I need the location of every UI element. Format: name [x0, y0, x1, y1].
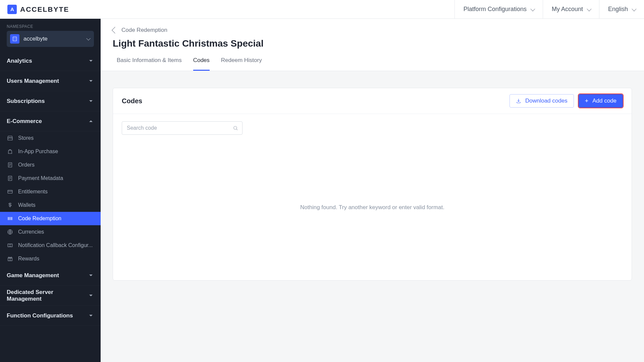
chevron-down-icon: [86, 36, 91, 41]
svg-rect-3: [8, 190, 12, 193]
header-platform-configurations[interactable]: Platform Configurations: [454, 0, 543, 19]
sidebar-section-ecommerce[interactable]: E-Commerce: [0, 111, 101, 131]
sidebar-section-label: Game Management: [7, 272, 89, 279]
sidebar-section-subscriptions[interactable]: Subscriptions: [0, 91, 101, 111]
chevron-down-icon: [587, 6, 591, 11]
barcode-icon: [7, 215, 13, 222]
gift-icon: [7, 255, 13, 262]
tab-redeem-history[interactable]: Redeem History: [221, 57, 262, 71]
bag-icon: [7, 148, 13, 155]
sidebar-section-label: Users Management: [7, 78, 89, 84]
sidebar-section-analytics[interactable]: Analytics: [0, 51, 101, 71]
download-codes-button[interactable]: Download codes: [509, 94, 574, 108]
sidebar-item-label: Wallets: [18, 202, 95, 208]
chevron-down-icon: [530, 6, 535, 11]
sidebar-section-game-management[interactable]: Game Management: [0, 265, 101, 286]
caret-down-icon: [89, 60, 93, 62]
sidebar-item-label: Notification Callback Configur...: [18, 242, 95, 248]
caret-down-icon: [89, 275, 93, 276]
empty-state-message: Nothing found. Try another keyword or en…: [122, 135, 623, 280]
logo-mark-icon: A: [7, 5, 17, 14]
search-icon: [233, 125, 238, 131]
arrow-left-icon: [112, 27, 118, 34]
sidebar-section-label: Analytics: [7, 58, 89, 64]
add-code-button[interactable]: + Add code: [579, 94, 623, 108]
svg-point-7: [234, 126, 237, 129]
breadcrumb-label: Code Redemption: [121, 27, 167, 34]
caret-up-icon: [89, 120, 93, 122]
dollar-icon: [7, 202, 13, 208]
header-platform-label: Platform Configurations: [464, 6, 527, 13]
sidebar-section-label: Subscriptions: [7, 98, 89, 105]
svg-rect-5: [8, 244, 12, 247]
tab-codes[interactable]: Codes: [193, 57, 210, 71]
sidebar-item-stores[interactable]: Stores: [0, 131, 101, 145]
sidebar-section-dedicated-server[interactable]: Dedicated Server Management: [0, 286, 101, 306]
store-icon: [7, 135, 13, 141]
sidebar-section-users-management[interactable]: Users Management: [0, 71, 101, 91]
sidebar-item-currencies[interactable]: Currencies: [0, 225, 101, 239]
sidebar-item-notification-callback[interactable]: Notification Callback Configur...: [0, 239, 101, 252]
sidebar-item-label: Payment Metadata: [18, 175, 95, 181]
sidebar-item-payment-metadata[interactable]: Payment Metadata: [0, 172, 101, 185]
add-code-label: Add code: [592, 98, 616, 104]
document-icon: [7, 162, 13, 168]
header-account-label: My Account: [552, 6, 583, 13]
globe-icon: [7, 229, 13, 235]
sidebar-item-rewards[interactable]: Rewards: [0, 252, 101, 265]
svg-rect-0: [13, 37, 17, 41]
card-icon: [7, 188, 13, 195]
caret-down-icon: [89, 80, 93, 82]
chevron-down-icon: [632, 6, 636, 11]
breadcrumb[interactable]: Code Redemption: [101, 19, 644, 34]
caret-down-icon: [89, 100, 93, 102]
sidebar-item-label: Rewards: [18, 256, 95, 262]
search-code-field[interactable]: [122, 121, 243, 135]
brand-name: ACCELBYTE: [20, 5, 69, 13]
caret-down-icon: [89, 315, 93, 316]
header-language-label: English: [608, 6, 628, 13]
download-codes-label: Download codes: [525, 98, 568, 104]
sidebar-item-orders[interactable]: Orders: [0, 158, 101, 172]
sidebar-item-entitlements[interactable]: Entitlements: [0, 185, 101, 198]
sidebar-item-in-app-purchase[interactable]: In-App Purchase: [0, 145, 101, 158]
namespace-value: accelbyte: [23, 36, 82, 42]
namespace-label: NAMESPACE: [0, 19, 101, 31]
building-icon: [10, 34, 19, 44]
header-language[interactable]: English: [599, 0, 644, 19]
sidebar-item-label: Orders: [18, 162, 95, 168]
sidebar-item-label: Stores: [18, 135, 95, 141]
search-code-input[interactable]: [127, 125, 233, 131]
sidebar-section-label: Dedicated Server Management: [7, 289, 89, 302]
sidebar-item-label: Code Redemption: [18, 216, 95, 222]
sidebar-item-label: In-App Purchase: [18, 148, 95, 155]
download-icon: [516, 98, 521, 104]
codes-card: Codes Download codes + Add code Nothing …: [113, 88, 632, 281]
brand-logo[interactable]: A ACCELBYTE: [0, 5, 69, 14]
document-icon: [7, 175, 13, 182]
card-title: Codes: [122, 97, 142, 105]
tab-bar: Basic Information & Items Codes Redeem H…: [101, 49, 644, 71]
sidebar-section-label: Function Configurations: [7, 312, 89, 319]
sidebar-item-label: Currencies: [18, 229, 95, 235]
sidebar-item-code-redemption[interactable]: Code Redemption: [0, 212, 101, 225]
app-header: A ACCELBYTE Platform Configurations My A…: [0, 0, 644, 19]
sidebar: NAMESPACE accelbyte Analytics Users Mana…: [0, 19, 101, 362]
sidebar-item-wallets[interactable]: Wallets: [0, 198, 101, 212]
plus-icon: +: [585, 98, 589, 104]
namespace-selector[interactable]: accelbyte: [7, 31, 94, 47]
page-title: Light Fantastic Christmas Special: [101, 34, 644, 49]
caret-down-icon: [89, 295, 93, 296]
sidebar-section-function-configurations[interactable]: Function Configurations: [0, 306, 101, 326]
sidebar-item-label: Entitlements: [18, 189, 95, 195]
header-my-account[interactable]: My Account: [543, 0, 599, 19]
sidebar-section-label: E-Commerce: [7, 118, 89, 125]
settings-icon: [7, 242, 13, 249]
tab-basic-information[interactable]: Basic Information & Items: [117, 57, 182, 71]
main-content: Code Redemption Light Fantastic Christma…: [101, 19, 644, 362]
